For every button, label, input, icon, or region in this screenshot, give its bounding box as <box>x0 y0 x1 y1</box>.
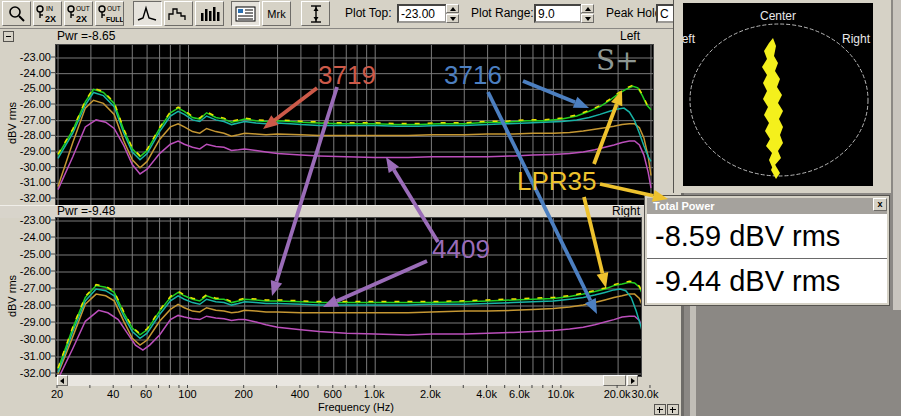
y-tick-label: -31.00 <box>12 350 51 362</box>
y-tick-label: -25.00 <box>12 248 51 260</box>
x-tick-label: 6.0k <box>497 388 541 400</box>
scope-right-label: Right <box>842 32 870 46</box>
scrollbar-thumb[interactable] <box>603 375 626 386</box>
left-channel-plot[interactable] <box>55 44 654 208</box>
y-tick-label: -24.00 <box>12 231 51 243</box>
total-power-left-value: -8.59 dBV rms <box>647 214 887 259</box>
marker-button[interactable]: Mrk <box>262 1 291 26</box>
y-tick-label: -24.00 <box>12 67 51 79</box>
x-tick-label: 200 <box>222 388 266 400</box>
horizontal-scrollbar[interactable] <box>57 375 638 386</box>
y-tick-label: -32.00 <box>12 192 51 204</box>
expand-plot-button-1[interactable] <box>654 404 666 415</box>
left-power-readout: Pwr =-8.65 <box>57 29 115 43</box>
plot-range-input[interactable] <box>534 4 582 23</box>
plot-top-input[interactable] <box>397 4 447 23</box>
x-tick-label: 1.0k <box>352 388 396 400</box>
x-tick-label: 100 <box>165 388 209 400</box>
zoom-select-button[interactable] <box>2 1 31 26</box>
plot-top-label: Plot Top: <box>345 0 391 27</box>
key-label-bottom: 2X <box>45 14 56 24</box>
key-label-bottom: FULL <box>106 16 123 23</box>
y-tick-label: -29.00 <box>12 316 51 328</box>
screen: IN2X OUT2X OUTFULL Mrk <box>0 0 901 416</box>
values-panel-button[interactable] <box>231 1 260 26</box>
x-tick-label: 2.0k <box>408 388 452 400</box>
total-power-titlebar[interactable]: Total Power <box>647 198 887 214</box>
x-tick-label: 600 <box>311 388 355 400</box>
plot-top-spinner[interactable] <box>446 4 459 23</box>
scope-center-label: Center <box>683 9 873 23</box>
right-arrow-icon <box>631 378 635 384</box>
scroll-left-button[interactable] <box>57 375 68 386</box>
phase-scope-window: Center Left Right <box>673 0 891 193</box>
series-peak-hold <box>58 281 642 368</box>
key-in-2x-icon: IN2X <box>34 3 61 25</box>
toolbar: IN2X OUT2X OUTFULL Mrk <box>0 0 681 29</box>
series-magenta <box>58 310 642 377</box>
plot-range-label: Plot Range: <box>471 0 534 27</box>
key-label-bottom: 2X <box>76 14 87 24</box>
total-power-right-value: -9.44 dBV rms <box>647 259 887 303</box>
y-tick-label: -23.00 <box>12 51 51 63</box>
y-tick-label: -28.00 <box>12 299 51 311</box>
y-tick-label: -27.00 <box>12 114 51 126</box>
key-out-2x-icon: OUT2X <box>65 3 92 25</box>
zoom-in-2x-button[interactable]: IN2X <box>33 1 62 26</box>
zoom-out-full-button[interactable]: OUTFULL <box>95 1 124 26</box>
spectrum-curve-icon <box>136 5 159 23</box>
series-green <box>58 282 642 369</box>
y-tick-label: -32.00 <box>12 367 51 379</box>
scroll-right-button[interactable] <box>627 375 638 386</box>
x-tick-label: 20 <box>35 388 79 400</box>
scope-left-label: Left <box>683 32 695 46</box>
y-scale-button[interactable] <box>301 1 330 26</box>
analyzer-window: IN2X OUT2X OUTFULL Mrk <box>0 0 684 416</box>
ibeam-range-icon <box>308 4 324 24</box>
left-channel-label: Left <box>598 29 640 43</box>
right-channel-label: Right <box>598 204 640 218</box>
bar-graph-icon <box>198 5 221 23</box>
plot-range-spinner[interactable] <box>581 4 594 23</box>
total-power-window: Total Power x -8.59 dBV rms -9.44 dBV rm… <box>644 195 890 306</box>
key-out-full-icon: OUTFULL <box>96 3 123 25</box>
spin-down-icon[interactable] <box>446 14 459 23</box>
values-legend-icon <box>234 5 257 23</box>
watermark-logo: S+ <box>596 44 639 77</box>
x-tick-label: 30.0k <box>623 388 667 400</box>
y-tick-label: -26.00 <box>12 265 51 277</box>
key-label-top: IN <box>46 5 53 12</box>
y-tick-label: -31.00 <box>12 176 51 188</box>
expand-plot-button-2[interactable] <box>667 404 679 415</box>
key-label-top: OUT <box>107 5 121 12</box>
background-window-edge <box>893 0 901 310</box>
key-label-top: OUT <box>76 5 90 12</box>
spin-up-icon[interactable] <box>581 4 594 13</box>
right-plot-y-axis-title: dBV rms <box>6 246 20 346</box>
x-tick-label: 60 <box>124 388 168 400</box>
zoom-out-2x-button[interactable]: OUT2X <box>64 1 93 26</box>
y-tick-label: -30.00 <box>12 161 51 173</box>
y-tick-label: -30.00 <box>12 333 51 345</box>
x-tick-label: 10.0k <box>539 388 583 400</box>
step-view-button[interactable] <box>164 1 193 26</box>
y-tick-label: -26.00 <box>12 98 51 110</box>
bar-view-button[interactable] <box>195 1 224 26</box>
collapse-plot-button[interactable] <box>3 31 14 42</box>
phase-scope-display: Center Left Right <box>683 3 873 186</box>
spin-up-icon[interactable] <box>446 4 459 13</box>
close-icon[interactable]: x <box>873 198 887 211</box>
x-axis-title: Frequency (Hz) <box>318 401 394 413</box>
right-power-readout: Pwr =-9.48 <box>57 204 115 218</box>
y-tick-label: -28.00 <box>12 129 51 141</box>
right-channel-plot[interactable] <box>55 217 642 377</box>
y-tick-label: -29.00 <box>12 145 51 157</box>
spin-down-icon[interactable] <box>581 14 594 23</box>
y-tick-label: -25.00 <box>12 82 51 94</box>
y-tick-label: -23.00 <box>12 214 51 226</box>
spectrum-view-button[interactable] <box>133 1 162 26</box>
marker-button-label: Mrk <box>267 8 285 20</box>
step-curve-icon <box>167 5 190 23</box>
left-arrow-icon <box>60 378 64 384</box>
y-tick-label: -27.00 <box>12 282 51 294</box>
